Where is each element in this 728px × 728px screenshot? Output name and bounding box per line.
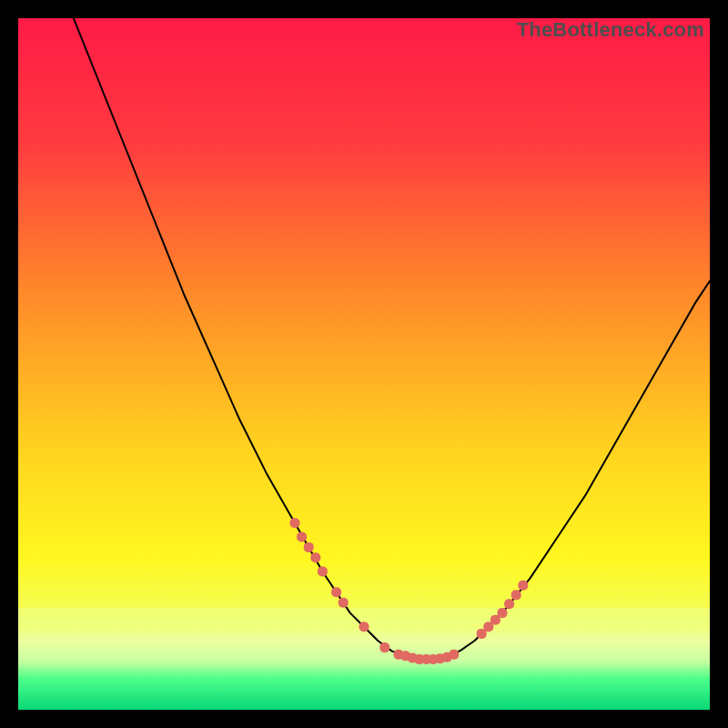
highlight-dot	[449, 650, 459, 660]
highlight-dot	[290, 518, 300, 528]
highlight-dot	[504, 599, 514, 609]
highlight-dot	[359, 622, 369, 632]
highlight-dot	[498, 608, 508, 618]
highlight-dot	[318, 567, 328, 577]
highlight-dot	[518, 581, 528, 591]
highlight-dot	[310, 552, 320, 562]
highlight-dot	[511, 590, 521, 600]
highlight-dot	[339, 598, 349, 608]
highlight-dot	[304, 542, 314, 552]
plot-svg	[18, 18, 710, 710]
highlight-dot	[331, 587, 341, 597]
watermark-label: TheBottleneck.com	[517, 18, 704, 42]
chart-frame: TheBottleneck.com	[18, 18, 710, 710]
highlight-dot	[379, 642, 389, 652]
gradient-background	[18, 18, 710, 710]
highlight-dot	[297, 532, 307, 542]
